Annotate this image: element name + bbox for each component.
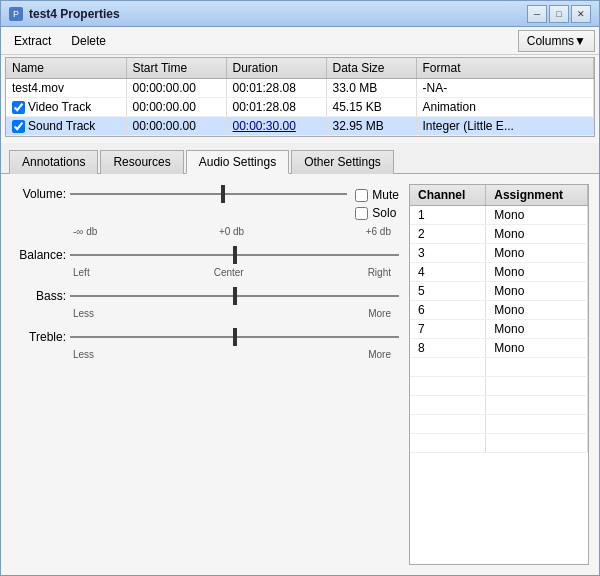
bass-left-label: Less (73, 308, 94, 319)
channel-table-area: Channel Assignment 1Mono 2Mono 3Mono 4Mo… (409, 184, 589, 565)
cell-start: 00:00:00.00 (126, 79, 226, 98)
col-channel: Channel (410, 185, 486, 206)
bass-slider[interactable] (70, 286, 399, 306)
maximize-button[interactable]: □ (549, 5, 569, 23)
col-format: Format (416, 58, 594, 79)
channel-row[interactable]: 8Mono (410, 339, 588, 358)
bass-thumb[interactable] (233, 287, 237, 305)
channel-table-body: 1Mono 2Mono 3Mono 4Mono 5Mono 6Mono 7Mon… (410, 206, 588, 453)
columns-button[interactable]: Columns▼ (518, 30, 595, 52)
bass-control: Bass: Less More (11, 286, 399, 319)
channel-row[interactable]: 6Mono (410, 301, 588, 320)
table-header: Name Start Time Duration Data Size Forma… (6, 58, 594, 79)
bal-left-label: Left (73, 267, 90, 278)
mute-label-row: Mute (355, 188, 399, 202)
channel-row[interactable]: 1Mono (410, 206, 588, 225)
mute-solo-area: Mute Solo (355, 188, 399, 220)
cell-size: 45.15 KB (326, 98, 416, 117)
bass-label: Bass: (11, 289, 66, 303)
mute-checkbox[interactable] (355, 189, 368, 202)
cell-duration: 00:00:30.00 (226, 117, 326, 136)
balance-slider[interactable] (70, 245, 399, 265)
cell-duration: 00:01:28.08 (226, 98, 326, 117)
audio-controls: Volume: Mute Solo (11, 184, 399, 565)
cell-name: Video Track (6, 98, 126, 117)
channel-row[interactable]: 7Mono (410, 320, 588, 339)
window-title: test4 Properties (29, 7, 120, 21)
vol-center-label: +0 db (219, 226, 244, 237)
tab-other-settings[interactable]: Other Settings (291, 150, 394, 174)
balance-thumb[interactable] (233, 246, 237, 264)
col-name: Name (6, 58, 126, 79)
menu-left: Extract Delete (5, 30, 115, 52)
solo-label-row: Solo (355, 206, 399, 220)
balance-label: Balance: (11, 248, 66, 262)
treble-control: Treble: Less More (11, 327, 399, 360)
title-buttons: ─ □ ✕ (527, 5, 591, 23)
vol-max-label: +6 db (366, 226, 391, 237)
file-table-area: Name Start Time Duration Data Size Forma… (5, 57, 595, 137)
table-row[interactable]: test4.mov 00:00:00.00 00:01:28.08 33.0 M… (6, 79, 594, 98)
treble-slider[interactable] (70, 327, 399, 347)
tab-annotations[interactable]: Annotations (9, 150, 98, 174)
cell-start: 00:00:00.00 (126, 98, 226, 117)
treble-label: Treble: (11, 330, 66, 344)
tab-bar: Annotations Resources Audio Settings Oth… (1, 143, 599, 174)
close-button[interactable]: ✕ (571, 5, 591, 23)
delete-menu[interactable]: Delete (62, 30, 115, 52)
volume-control: Volume: Mute Solo (11, 184, 399, 237)
volume-slider[interactable] (70, 184, 347, 204)
bal-right-label: Right (368, 267, 391, 278)
main-window: P test4 Properties ─ □ ✕ Extract Delete … (0, 0, 600, 576)
window-icon: P (9, 7, 23, 21)
table-row[interactable]: Video Track 00:00:00.00 00:01:28.08 45.1… (6, 98, 594, 117)
channel-table-header: Channel Assignment (410, 185, 588, 206)
cell-format: Integer (Little E... (416, 117, 594, 136)
tab-content: Volume: Mute Solo (1, 174, 599, 575)
col-start: Start Time (126, 58, 226, 79)
col-duration: Duration (226, 58, 326, 79)
cell-size: 33.0 MB (326, 79, 416, 98)
tab-resources[interactable]: Resources (100, 150, 183, 174)
col-assignment: Assignment (486, 185, 588, 206)
extract-menu[interactable]: Extract (5, 30, 60, 52)
treble-right-label: More (368, 349, 391, 360)
cell-start: 00:00:00.00 (126, 117, 226, 136)
channel-row[interactable]: 5Mono (410, 282, 588, 301)
cell-name: test4.mov (6, 79, 126, 98)
menu-bar: Extract Delete Columns▼ (1, 27, 599, 55)
channel-row-empty (410, 434, 588, 453)
title-bar: P test4 Properties ─ □ ✕ (1, 1, 599, 27)
balance-control: Balance: Left Center Right (11, 245, 399, 278)
tab-audio-settings[interactable]: Audio Settings (186, 150, 289, 174)
channel-row-empty (410, 396, 588, 415)
channel-row[interactable]: 3Mono (410, 244, 588, 263)
table-row[interactable]: Sound Track 00:00:00.00 00:00:30.00 32.9… (6, 117, 594, 136)
channel-row[interactable]: 2Mono (410, 225, 588, 244)
channel-row-empty (410, 377, 588, 396)
video-track-checkbox[interactable] (12, 101, 25, 114)
cell-duration: 00:01:28.08 (226, 79, 326, 98)
volume-label: Volume: (11, 187, 66, 201)
bass-right-label: More (368, 308, 391, 319)
sound-track-checkbox[interactable] (12, 120, 25, 133)
cell-format: Animation (416, 98, 594, 117)
file-table: Name Start Time Duration Data Size Forma… (6, 58, 594, 136)
treble-thumb[interactable] (233, 328, 237, 346)
bal-center-label: Center (214, 267, 244, 278)
channel-row-empty (410, 358, 588, 377)
cell-format: -NA- (416, 79, 594, 98)
channel-table: Channel Assignment 1Mono 2Mono 3Mono 4Mo… (410, 185, 588, 453)
table-body: test4.mov 00:00:00.00 00:01:28.08 33.0 M… (6, 79, 594, 136)
vol-min-label: -∞ db (73, 226, 97, 237)
cell-size: 32.95 MB (326, 117, 416, 136)
treble-left-label: Less (73, 349, 94, 360)
channel-row-empty (410, 415, 588, 434)
channel-row[interactable]: 4Mono (410, 263, 588, 282)
col-size: Data Size (326, 58, 416, 79)
volume-thumb[interactable] (221, 185, 225, 203)
cell-name: Sound Track (6, 117, 126, 136)
solo-checkbox[interactable] (355, 207, 368, 220)
title-bar-left: P test4 Properties (9, 7, 120, 21)
minimize-button[interactable]: ─ (527, 5, 547, 23)
